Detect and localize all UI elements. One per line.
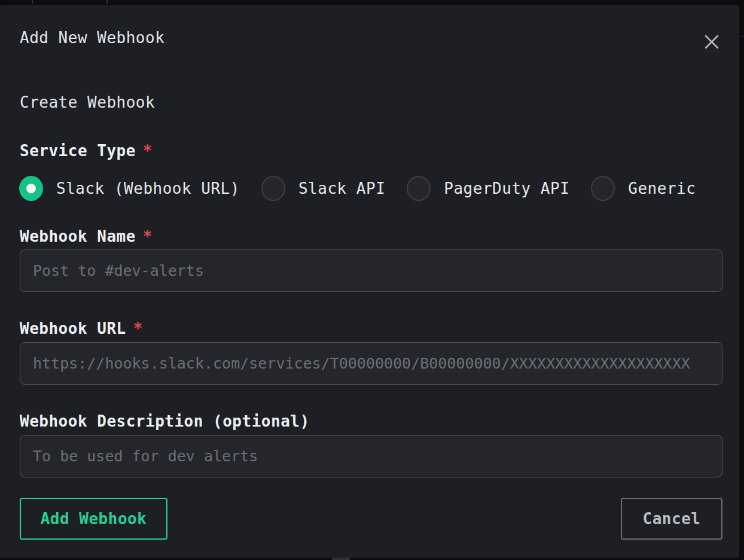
- radio-option-slack-api[interactable]: Slack API: [261, 176, 385, 201]
- webhook-url-input[interactable]: [20, 342, 722, 385]
- service-type-label: Service Type*: [20, 141, 153, 161]
- page-background: Add New Webhook Create Webhook Service T…: [0, 0, 744, 560]
- radio-button-selected[interactable]: [19, 176, 43, 201]
- required-asterisk: *: [133, 319, 143, 337]
- radio-option-slack-webhook-url[interactable]: Slack (Webhook URL): [19, 176, 240, 201]
- radio-option-pagerduty-api[interactable]: PagerDuty API: [407, 176, 569, 201]
- modal-title: Add New Webhook: [20, 28, 164, 48]
- background-divider: [739, 36, 744, 36]
- webhook-name-input[interactable]: [20, 249, 722, 292]
- webhook-name-label: Webhook Name*: [20, 226, 153, 246]
- webhook-name-label-text: Webhook Name: [20, 227, 136, 245]
- required-asterisk: *: [143, 142, 153, 160]
- radio-option-label: PagerDuty API: [444, 179, 569, 197]
- required-asterisk: *: [143, 227, 153, 245]
- webhook-description-label: Webhook Description (optional): [20, 411, 310, 431]
- form-heading: Create Webhook: [20, 92, 155, 112]
- radio-button[interactable]: [591, 176, 615, 201]
- close-button[interactable]: [699, 29, 725, 55]
- radio-dot: [26, 184, 36, 193]
- cancel-button[interactable]: Cancel: [621, 498, 722, 540]
- add-webhook-modal: Add New Webhook Create Webhook Service T…: [0, 5, 739, 558]
- background-tab-separator: [106, 0, 108, 4]
- service-type-radio-group: Slack (Webhook URL) Slack API PagerDuty …: [19, 176, 696, 201]
- radio-option-label: Slack (Webhook URL): [56, 179, 240, 197]
- add-webhook-button[interactable]: Add Webhook: [20, 498, 167, 540]
- radio-button[interactable]: [261, 176, 285, 201]
- webhook-description-input[interactable]: [20, 435, 722, 477]
- radio-option-label: Slack API: [298, 179, 385, 197]
- close-icon: [703, 33, 721, 51]
- background-tab-separator: [32, 0, 33, 4]
- radio-option-label: Generic: [628, 179, 696, 197]
- radio-button[interactable]: [407, 176, 431, 201]
- service-type-label-text: Service Type: [20, 142, 136, 160]
- radio-option-generic[interactable]: Generic: [591, 176, 696, 201]
- webhook-url-label: Webhook URL*: [20, 318, 143, 339]
- webhook-description-label-text: Webhook Description (optional): [20, 412, 310, 430]
- webhook-url-label-text: Webhook URL: [20, 319, 126, 337]
